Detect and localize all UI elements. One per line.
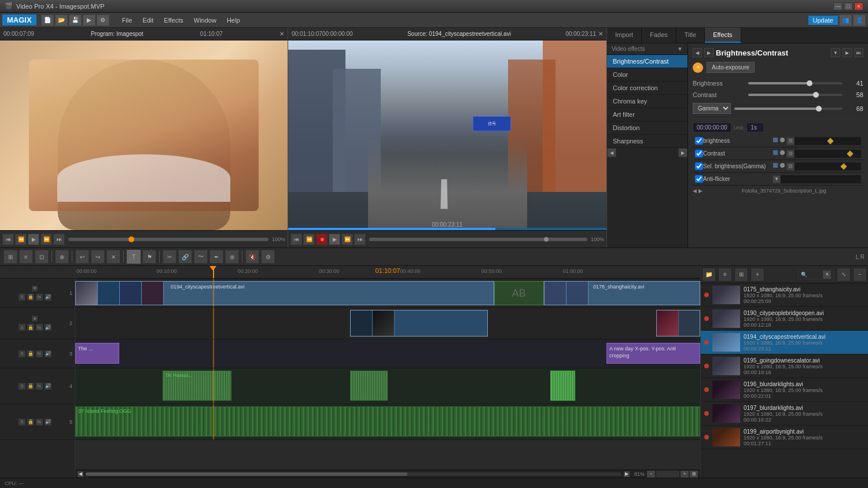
multicam-btn[interactable]: ⊕	[55, 250, 69, 264]
media-item-0195[interactable]: 0195_goingdownescalator.avi 1920 x 1080,…	[701, 354, 868, 378]
text-clip-anewday[interactable]: A new day X-pos. Y-pos. Anti cropping	[606, 343, 700, 364]
clip-airport-night[interactable]	[656, 310, 700, 337]
undo-btn[interactable]: ↩	[75, 250, 89, 264]
paint-btn[interactable]: ✒	[209, 250, 223, 264]
t2-s-btn[interactable]: S	[18, 323, 26, 331]
media-collapse-btn[interactable]: −	[853, 268, 867, 282]
zoom-in-btn[interactable]: +	[681, 471, 689, 478]
media-list-btn[interactable]: ≡	[718, 268, 732, 282]
menu-help[interactable]: Help	[222, 16, 245, 25]
left-timeline-slider[interactable]	[68, 238, 269, 241]
update-button[interactable]: Update	[808, 16, 838, 25]
t3-s-btn[interactable]: S	[18, 350, 26, 358]
effects-back-btn[interactable]: ◀	[693, 48, 702, 57]
effects-item-color[interactable]: Color	[607, 68, 687, 82]
effects-item-chroma-key[interactable]: Chroma key	[607, 95, 687, 108]
chapter-marker-btn[interactable]: ⚑	[142, 250, 156, 264]
export-button[interactable]: ▶	[83, 14, 95, 26]
menu-effects[interactable]: Effects	[159, 16, 187, 25]
kf-cont-dot-btn[interactable]	[779, 150, 785, 156]
t2-visible-btn[interactable]: 👁	[31, 315, 38, 322]
effects-play-btn[interactable]: ▶	[843, 48, 852, 57]
effects-dropdown-btn[interactable]: ▼	[831, 48, 840, 57]
kf-gamma-anim-btn[interactable]: ⊡	[786, 162, 795, 171]
rewind-btn[interactable]: ⏪	[15, 234, 27, 245]
audio-clip-green[interactable]	[550, 371, 575, 401]
t5-s-btn[interactable]: S	[18, 418, 26, 426]
gamma-slider[interactable]	[734, 108, 843, 110]
c-prev-frame-btn[interactable]: ⏮	[290, 234, 302, 245]
effects-item-distortion[interactable]: Distortion	[607, 121, 687, 135]
fast-fwd-btn[interactable]: ⏩	[41, 234, 52, 245]
menu-window[interactable]: Window	[189, 16, 221, 25]
media-import-btn[interactable]: 📁	[702, 268, 716, 282]
fx-btn[interactable]: ⊕	[225, 250, 239, 264]
kf-gamma-color-btn[interactable]	[773, 162, 778, 168]
media-search-clear[interactable]: ✕	[823, 271, 831, 279]
clip-shanghai[interactable]: 0178_shanghaicity.avi	[544, 281, 700, 305]
c-record-btn[interactable]: ⏺	[316, 234, 328, 245]
menu-file[interactable]: File	[117, 16, 137, 25]
kf-brightness-check[interactable]	[695, 137, 703, 145]
media-item-0194[interactable]: 0194_cityscapestreetvertical.avi 1920 x …	[701, 331, 868, 354]
t4-s-btn[interactable]: S	[18, 382, 26, 390]
kf-bright-anim-btn[interactable]: ⊡	[786, 137, 795, 145]
close-button[interactable]: ✕	[854, 2, 863, 10]
storyboard-btn[interactable]: ⊡	[35, 250, 49, 264]
tab-import[interactable]: Import	[607, 28, 642, 43]
t1-fx-btn[interactable]: fx	[35, 293, 43, 301]
media-search-box[interactable]: 🔍 ✕	[798, 270, 834, 279]
list-view-btn[interactable]: ≡	[19, 250, 33, 264]
kf-gamma-check[interactable]	[695, 162, 703, 170]
effects-next-btn[interactable]: ⏭	[854, 48, 863, 57]
kf-antiflicker-check[interactable]	[695, 175, 703, 183]
settings-icon-btn[interactable]: ⚙	[97, 14, 109, 26]
maximize-button[interactable]: □	[844, 2, 853, 10]
media-expand-btn[interactable]: ⤡	[837, 268, 851, 282]
t1-s-btn[interactable]: S	[18, 293, 26, 301]
media-item-0190[interactable]: 0190_citypeoplebridgeopen.avi 1920 x 108…	[701, 307, 868, 331]
auto-exposure-button[interactable]: Auto-exposure	[707, 62, 755, 73]
text-clip-the[interactable]: The ...	[75, 343, 119, 364]
kf-af-dropdown[interactable]: ▼	[773, 175, 781, 183]
minimize-button[interactable]: —	[833, 2, 843, 10]
t3-fx-btn[interactable]: fx	[35, 350, 43, 358]
tab-fades[interactable]: Fades	[642, 28, 676, 43]
c-next-frame-btn[interactable]: ⏭	[354, 234, 366, 245]
effects-dropdown-icon[interactable]: ▼	[677, 46, 683, 52]
save-button[interactable]: 💾	[69, 14, 82, 26]
t5-vol-btn[interactable]: 🔊	[44, 418, 52, 426]
kf-bright-dot-btn[interactable]	[779, 137, 785, 143]
kf-bright-color-btn[interactable]	[773, 137, 778, 143]
menu-edit[interactable]: Edit	[138, 16, 158, 25]
mute-btn[interactable]: 🔇	[245, 250, 259, 264]
t1-lock-btn[interactable]: 🔒	[27, 293, 35, 301]
delete-btn[interactable]: ✕	[106, 250, 120, 264]
t3-lock-btn[interactable]: 🔒	[27, 350, 35, 358]
clip-escalator[interactable]	[350, 310, 488, 337]
media-item-0175[interactable]: 0175_shanghaicity.avi 1920 x 1080, 16:9,…	[701, 283, 868, 307]
profile-icon[interactable]: 👤	[853, 14, 866, 26]
link-btn[interactable]: 🔗	[178, 250, 192, 264]
t5-fx-btn[interactable]: fx	[35, 418, 43, 426]
media-item-0199[interactable]: 0199_airportbynight.avi 1920 x 1080, 16:…	[701, 426, 868, 449]
view-mode-btn[interactable]: ⊞	[3, 250, 17, 264]
community-icon[interactable]: 👥	[839, 14, 852, 26]
contrast-slider[interactable]	[748, 94, 843, 96]
media-item-0197[interactable]: 0197_blurdarklights.avi 1920 x 1080, 16:…	[701, 402, 868, 426]
t2-vol-btn[interactable]: 🔊	[44, 323, 52, 331]
effects-item-art-filter[interactable]: Art filter	[607, 108, 687, 121]
new-file-button[interactable]: 📄	[41, 14, 54, 26]
c-play-pause-btn[interactable]: ▶	[329, 234, 340, 245]
clip-cityscapev[interactable]: 0194_cityscapestreetvertical.avi	[75, 281, 494, 305]
fullscreen-btn[interactable]: ⊞	[690, 471, 698, 478]
brightness-slider[interactable]	[748, 82, 843, 84]
scroll-right-btn[interactable]: ▶	[624, 471, 630, 477]
t2-lock-btn[interactable]: 🔒	[27, 323, 35, 331]
redo-btn[interactable]: ↪	[91, 250, 105, 264]
effects-fwd-btn[interactable]: ▶	[704, 48, 713, 57]
effects-scroll-left[interactable]: ◀	[607, 148, 616, 157]
t4-vol-btn[interactable]: 🔊	[44, 382, 52, 390]
effects-scroll-right[interactable]: ▶	[678, 148, 687, 157]
zoom-out-btn[interactable]: −	[647, 471, 655, 478]
